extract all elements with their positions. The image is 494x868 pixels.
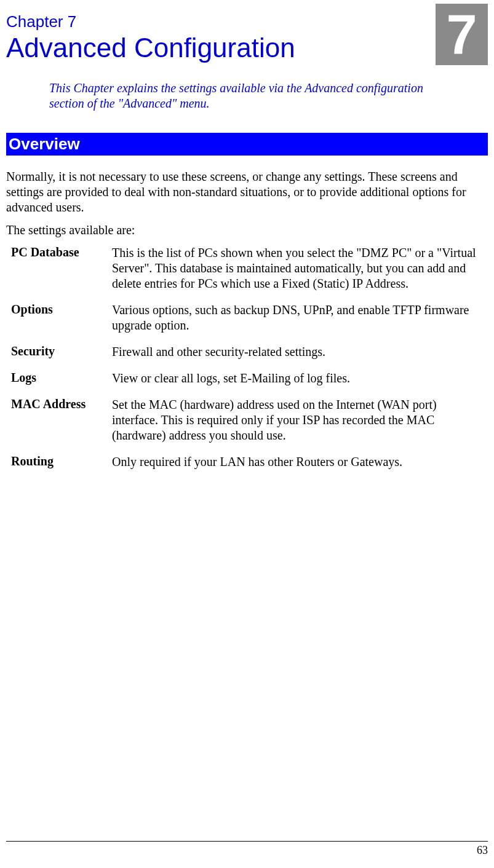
settings-row: Logs View or clear all logs, set E-Maili…	[6, 371, 488, 386]
settings-row: Routing Only required if your LAN has ot…	[6, 454, 488, 470]
settings-term-pc-database: PC Database	[6, 245, 112, 291]
page-footer: 63	[6, 841, 488, 857]
settings-term-mac-address: MAC Address	[6, 397, 112, 443]
chapter-number-badge: 7	[436, 4, 488, 65]
settings-def-pc-database: This is the list of PCs shown when you s…	[112, 245, 488, 291]
chapter-number: 7	[446, 7, 477, 62]
settings-term-routing: Routing	[6, 454, 112, 470]
settings-row: PC Database This is the list of PCs show…	[6, 245, 488, 291]
chapter-label: Chapter 7	[6, 12, 488, 31]
chapter-description: This Chapter explains the settings avail…	[49, 81, 451, 111]
page-number: 63	[477, 844, 488, 856]
settings-term-options: Options	[6, 302, 112, 333]
settings-def-options: Various options, such as backup DNS, UPn…	[112, 302, 488, 333]
body-paragraph-2: The settings available are:	[6, 223, 488, 238]
chapter-title: Advanced Configuration	[6, 33, 488, 63]
settings-def-mac-address: Set the MAC (hardware) address used on t…	[112, 397, 488, 443]
settings-row: Security Firewall and other security-rel…	[6, 344, 488, 360]
settings-def-routing: Only required if your LAN has other Rout…	[112, 454, 407, 470]
settings-row: MAC Address Set the MAC (hardware) addre…	[6, 397, 488, 443]
settings-term-logs: Logs	[6, 371, 112, 386]
settings-def-logs: View or clear all logs, set E-Mailing of…	[112, 371, 355, 386]
settings-def-security: Firewall and other security-related sett…	[112, 344, 330, 360]
settings-row: Options Various options, such as backup …	[6, 302, 488, 333]
settings-table: PC Database This is the list of PCs show…	[6, 245, 488, 470]
body-paragraph-1: Normally, it is not necessary to use the…	[6, 169, 488, 215]
section-header-overview: Overview	[6, 133, 488, 156]
settings-term-security: Security	[6, 344, 112, 360]
